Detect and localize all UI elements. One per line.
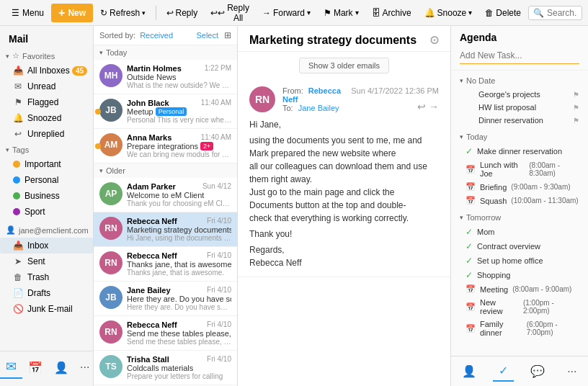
agenda-item[interactable]: 📅 Meeting (8:00am - 9:00am) <box>451 282 588 296</box>
delete-button[interactable]: 🗑 Delete <box>479 6 527 20</box>
agenda-item[interactable]: ✓ Make dinner reservation <box>451 144 588 158</box>
agenda-item-text: Set up home office <box>477 256 543 265</box>
sidebar-favorites-group[interactable]: ▾ ☆ Favorites <box>0 49 93 63</box>
agenda-item[interactable]: 📅 Briefing (9:00am - 9:30am) <box>451 180 588 194</box>
email-content: Adam Parker Sun 4/12 Welcome to eM Clien… <box>127 182 231 207</box>
sidebar-footer-contacts-icon[interactable]: 👤 <box>48 358 74 377</box>
reply-all-button[interactable]: ↩↩ Reply All <box>205 1 255 25</box>
agenda-item[interactable]: HW list proposal ⚑ <box>451 101 588 114</box>
tags-label: Tags <box>12 145 29 154</box>
to-name[interactable]: Jane Bailey <box>298 104 339 112</box>
add-task-input[interactable] <box>460 48 579 64</box>
email-content: John Black 11:40 AM Meetup Personal Pers… <box>127 99 231 124</box>
filter-icon[interactable]: ⊞ <box>224 30 231 40</box>
email-body-line: Just go to the main page and click the D… <box>249 186 439 212</box>
sidebar-item-flagged[interactable]: ⚑ Flagged <box>0 94 93 110</box>
agenda-item[interactable]: ✓ Mom <box>451 225 588 239</box>
sidebar-tags-group[interactable]: ▾ Tags <box>0 143 93 156</box>
new-label: New <box>68 8 86 18</box>
sidebar-item-sport[interactable]: Sport <box>0 204 93 220</box>
older-group-label[interactable]: ▾ Older <box>94 163 237 178</box>
agenda-item[interactable]: 📅 Squash (10:00am - 11:30am) <box>451 194 588 207</box>
agenda-item[interactable]: ✓ Contract overview <box>451 239 588 253</box>
snoozed-icon: 🔔 <box>13 113 23 123</box>
agenda-item-time: (1:00pm - 2:00pm) <box>523 299 579 315</box>
email-sender: Rebecca Neff Fri 4/10 <box>127 320 231 329</box>
agenda-footer-contacts-icon[interactable]: 👤 <box>456 362 482 381</box>
agenda-item-text: Meeting <box>480 285 508 294</box>
search-box[interactable]: 🔍 <box>528 6 582 20</box>
agenda-no-date-label[interactable]: ▾ No Date <box>451 73 588 88</box>
search-input[interactable] <box>547 8 577 18</box>
email-time: 11:40 AM <box>201 133 231 142</box>
agenda-tomorrow-label[interactable]: ▾ Tomorrow <box>451 210 588 225</box>
email-list-item[interactable]: TS Trisha Stall Fri 4/10 Coldcalls mater… <box>94 351 237 385</box>
email-list-item[interactable]: RN Rebecca Neff Fri 4/10 Send me these t… <box>94 316 237 351</box>
sidebar-item-personal[interactable]: Personal <box>0 172 93 188</box>
sidebar-item-all-inboxes[interactable]: 📥 All Inboxes 45 <box>0 63 93 78</box>
forward-icon: → <box>262 8 271 18</box>
agenda-footer-chat-icon[interactable]: 💬 <box>525 362 551 381</box>
sidebar-footer-more-icon[interactable]: ··· <box>74 358 94 377</box>
agenda-item[interactable]: George's projects ⚑ <box>451 88 588 101</box>
email-list-item[interactable]: MH Martin Holmes 1:22 PM Outside News Wh… <box>94 60 237 94</box>
email-time: Fri 4/10 <box>207 251 231 260</box>
select-button[interactable]: Select <box>196 31 218 40</box>
sidebar-item-trash[interactable]: 🗑 Trash <box>0 269 93 285</box>
email-body-line: Regards, <box>249 243 439 256</box>
sidebar-item-important[interactable]: Important <box>0 156 93 172</box>
snooze-button[interactable]: 🔔 Snooze ▾ <box>419 6 478 20</box>
email-content: Anna Marks 11:40 AM Prepare integrations… <box>127 133 231 158</box>
agenda-item[interactable]: 📅 New review (1:00pm - 2:00pm) <box>451 296 588 318</box>
email-list-item[interactable]: JB John Black 11:40 AM Meetup Personal P… <box>94 94 237 129</box>
email-subject-title: Marketing strategy documents <box>249 34 416 47</box>
sidebar-item-junk[interactable]: 🚫 Junk E-mail <box>0 301 93 317</box>
agenda-item-text: Make dinner reservation <box>477 147 562 156</box>
reply-action-icon[interactable]: ↩ <box>417 101 426 112</box>
important-label: Important <box>24 159 87 169</box>
junk-icon: 🚫 <box>13 304 23 314</box>
agenda-today-label[interactable]: ▾ Today <box>451 130 588 144</box>
delete-label: Delete <box>496 8 521 18</box>
sort-field-button[interactable]: Received <box>140 31 173 40</box>
sidebar-item-unreplied[interactable]: ↩ Unreplied <box>0 126 93 142</box>
show-older-btn[interactable]: Show 3 older emails <box>299 58 389 73</box>
subject-text: Meetup <box>127 107 153 116</box>
email-avatar: RN <box>99 217 122 240</box>
sidebar-item-drafts[interactable]: 📄 Drafts <box>0 285 93 301</box>
today-group-label[interactable]: ▾ Today <box>94 45 237 60</box>
email-options-icon[interactable]: ⊙ <box>429 33 439 47</box>
agenda-item[interactable]: 📅 Lunch with Joe (8:00am - 8:30am) <box>451 158 588 180</box>
menu-button[interactable]: ☰ Menu <box>6 6 50 20</box>
agenda-item[interactable]: ✓ Set up home office <box>451 253 588 268</box>
reply-button[interactable]: ↩ Reply <box>161 6 204 20</box>
agenda-footer-tasks-icon[interactable]: ✓ <box>493 361 514 382</box>
agenda-footer-more-icon[interactable]: ··· <box>561 362 582 381</box>
agenda-item[interactable]: ✓ Shopping <box>451 268 588 282</box>
archive-button[interactable]: 🗄 Archive <box>366 6 417 20</box>
agenda-item[interactable]: 📅 Family dinner (6:00pm - 7:00pm) <box>451 318 588 339</box>
email-list-item[interactable]: RN Rebecca Neff Fri 4/10 Thanks jane, th… <box>94 247 237 282</box>
new-button[interactable]: + New <box>51 4 93 22</box>
refresh-button[interactable]: ↻ Refresh ▾ <box>94 6 151 20</box>
agenda-item[interactable]: Dinner reservation ⚑ <box>451 114 588 127</box>
email-avatar: RN <box>99 320 122 344</box>
email-content: Martin Holmes 1:22 PM Outside News What … <box>127 64 231 89</box>
email-preview: Hi Jane, using the documents you sent... <box>127 234 231 242</box>
forward-button[interactable]: → Forward ▾ <box>257 6 316 20</box>
forward-action-icon[interactable]: → <box>429 101 439 112</box>
sidebar-item-unread[interactable]: ✉ Unread <box>0 78 93 94</box>
mark-button[interactable]: ⚑ Mark ▾ <box>318 6 365 20</box>
email-list-item[interactable]: JB Jane Bailey Fri 4/10 Here they are. D… <box>94 282 237 316</box>
tomorrow-agenda-text: Tomorrow <box>466 213 501 222</box>
sidebar-item-sent[interactable]: ➤ Sent <box>0 253 93 269</box>
email-list-item[interactable]: AM Anna Marks 11:40 AM Prepare integrati… <box>94 129 237 163</box>
sidebar-footer-mail-icon[interactable]: ✉ <box>0 356 22 379</box>
email-list-item[interactable]: AP Adam Parker Sun 4/12 Welcome to eM Cl… <box>94 178 237 212</box>
subject-text: Here they are. Do you have some m... <box>127 295 231 303</box>
sidebar-item-inbox[interactable]: 📥 Inbox <box>0 238 93 253</box>
email-list-item[interactable]: RN Rebecca Neff Fri 4/10 Marketing strat… <box>94 212 237 247</box>
sidebar-item-business[interactable]: Business <box>0 188 93 204</box>
sidebar-footer-calendar-icon[interactable]: 📅 <box>22 358 48 377</box>
sidebar-item-snoozed[interactable]: 🔔 Snoozed <box>0 110 93 126</box>
